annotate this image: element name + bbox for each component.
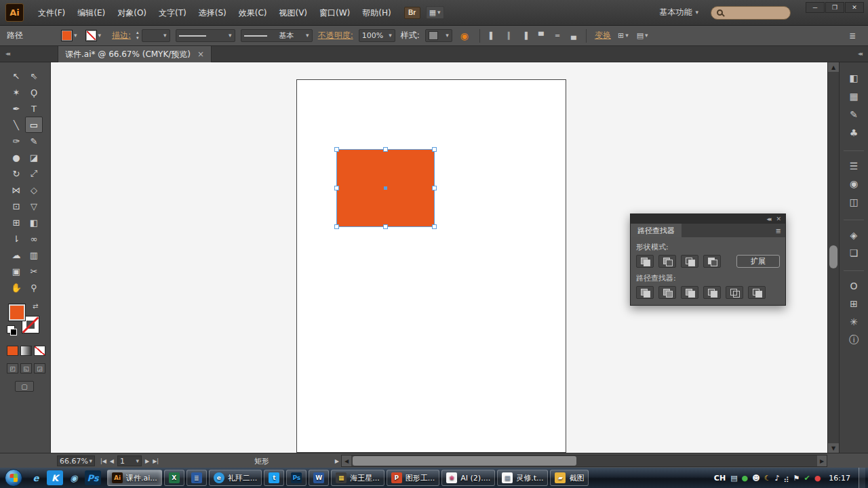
width-tool[interactable]: ⋈ (7, 182, 25, 198)
task-powerpoint[interactable]: P图形工... (387, 470, 440, 486)
paintbrush-tool[interactable]: ✑ (7, 133, 25, 149)
symbol-sprayer-tool[interactable]: ☁ (7, 247, 25, 263)
task-jietu[interactable]: ▰截图 (550, 470, 589, 486)
artboard[interactable] (296, 79, 566, 453)
tray-green-icon[interactable]: ● (742, 474, 749, 482)
start-button[interactable] (5, 469, 22, 487)
document-tab[interactable]: 课件.ai* @ 66.67% (CMYK/预览) × (58, 46, 212, 62)
pathfinder-minus-back[interactable] (748, 286, 766, 299)
tab-close-icon[interactable]: × (197, 49, 204, 59)
stepper-up-icon[interactable]: ▴ (136, 30, 139, 35)
menu-view[interactable]: 视图(V) (273, 0, 313, 26)
selection-handle-bottom-right[interactable] (432, 224, 437, 229)
horizontal-scroll-thumb[interactable] (353, 456, 576, 466)
close-button[interactable]: ✕ (845, 2, 864, 13)
artboards-panel-icon[interactable]: ❏ (844, 245, 864, 261)
draw-behind-mode[interactable]: ◱ (20, 363, 32, 373)
gradient-button[interactable] (20, 346, 32, 356)
first-artboard-button[interactable]: |◀ (100, 458, 106, 464)
tray-moon-icon[interactable]: ☾ (764, 474, 771, 482)
line-segment-tool[interactable]: ╲ (7, 117, 25, 133)
task-word[interactable]: W (309, 470, 329, 486)
opacity-dropdown[interactable]: 100% ▾ (359, 29, 395, 42)
pen-tool[interactable]: ✒ (7, 100, 25, 117)
next-artboard-button[interactable]: ▶ (145, 458, 149, 464)
menu-effect[interactable]: 效果(C) (233, 0, 273, 26)
scroll-up-icon[interactable]: ▲ (828, 62, 839, 72)
tray-red-icon[interactable]: ● (814, 474, 821, 482)
scroll-left-icon[interactable]: ◀ (342, 455, 351, 466)
task-excel[interactable]: X (164, 470, 184, 486)
artboard-number-field[interactable]: 1 ▾ (117, 455, 142, 466)
scroll-right-icon[interactable]: ▶ (817, 455, 827, 466)
task-tw-app[interactable]: t (264, 470, 284, 486)
align-horizontal-center[interactable]: ║ (502, 30, 515, 42)
scroll-down-icon[interactable]: ▼ (828, 443, 839, 453)
menu-window[interactable]: 窗口(W) (313, 0, 356, 26)
transform-link[interactable]: 变换 (595, 30, 611, 41)
status-expand-icon[interactable]: ▶ (335, 458, 339, 464)
align-vertical-top[interactable]: ▀ (534, 30, 548, 42)
prev-artboard-button[interactable]: ◀ (110, 458, 114, 464)
selection-tool[interactable]: ↖ (7, 68, 25, 84)
shape-mode-minus-front[interactable] (658, 255, 676, 268)
stroke-weight-dropdown[interactable]: ▾ (142, 29, 170, 42)
pathfinder-trim[interactable] (658, 286, 676, 299)
vertical-scroll-thumb[interactable] (829, 245, 837, 268)
bridge-button[interactable]: Br (404, 7, 420, 19)
menu-type[interactable]: 文字(T) (153, 0, 193, 26)
artboard-tool[interactable]: ▣ (7, 263, 25, 279)
color-panel-icon[interactable]: ◧ (844, 70, 864, 86)
selection-handle-top-center[interactable] (383, 147, 388, 152)
task-lingxiu[interactable]: ▤灵修.t... (497, 470, 548, 486)
swap-fill-stroke-icon[interactable]: ⇄ (33, 302, 38, 310)
default-fill-stroke-icon[interactable] (7, 325, 15, 333)
appearance-panel-icon[interactable]: O (844, 270, 864, 293)
photoshop-quick-icon[interactable]: Ps (85, 470, 101, 485)
panel-menu-icon[interactable]: ≣ (776, 224, 785, 237)
status-display[interactable]: 矩形 ▶ (183, 455, 340, 466)
maximize-button[interactable]: ❐ (825, 2, 844, 13)
graphic-style-dropdown[interactable]: ▾ (425, 29, 452, 42)
shape-mode-intersect[interactable] (681, 255, 698, 268)
last-artboard-button[interactable]: ▶| (153, 458, 159, 464)
selection-handle-bottom-left[interactable] (334, 224, 339, 229)
task-photoshop[interactable]: Ps (286, 470, 307, 486)
direct-selection-tool[interactable]: ⇖ (25, 68, 43, 84)
pathfinder-merge[interactable] (681, 286, 698, 299)
selection-center-point[interactable] (384, 186, 387, 190)
stroke-color-dropdown[interactable]: ▾ (85, 30, 102, 41)
collapse-dock-icon[interactable]: ◂◂ (858, 50, 861, 57)
color-button[interactable] (7, 346, 18, 356)
eraser-tool[interactable]: ◪ (25, 149, 43, 165)
fill-color-dropdown[interactable]: ▾ (61, 30, 77, 41)
perspective-grid-tool[interactable]: ▽ (25, 198, 43, 214)
task-ai-2[interactable]: ❀AI (2).... (441, 470, 495, 486)
minimize-button[interactable]: ─ (806, 2, 825, 13)
workspace-switcher[interactable]: 基本功能 ▾ (659, 7, 698, 18)
zoom-level-dropdown[interactable]: 66.67% ▾ (57, 455, 95, 466)
isolate-selected-dropdown[interactable]: ⊞ ▾ (618, 31, 629, 40)
flag-icon[interactable]: ⚑ (793, 474, 800, 482)
gradient-tool[interactable]: ◧ (25, 214, 43, 230)
mesh-tool[interactable]: ⊞ (7, 214, 25, 230)
symbols-panel-icon[interactable]: ♣ (844, 125, 864, 141)
selection-handle-bottom-center[interactable] (383, 224, 388, 229)
menu-help[interactable]: 帮助(H) (356, 0, 397, 26)
brushes-panel-icon[interactable]: ✎ (844, 106, 864, 123)
stroke-panel-icon[interactable]: ☰ (844, 150, 864, 174)
task-illustrator[interactable]: Ai课件.ai... (107, 470, 162, 486)
network-icon[interactable]: ⣴ (784, 474, 789, 482)
screen-mode-button[interactable]: ▢ (15, 381, 34, 392)
pathfinder-tab[interactable]: 路径查找器 (631, 224, 682, 237)
selection-handle-top-left[interactable] (334, 147, 339, 152)
tray-doc-icon[interactable]: ▤ (730, 474, 737, 482)
tray-qq-icon[interactable]: ☻ (752, 474, 760, 482)
show-desktop-button[interactable] (859, 468, 865, 488)
panel-collapse-icon[interactable]: ◂◂ (766, 216, 770, 222)
align-horizontal-right[interactable]: ▐ (518, 30, 532, 42)
transparency-panel-icon[interactable]: ◫ (844, 194, 864, 210)
free-transform-tool[interactable]: ◇ (25, 182, 43, 198)
menu-file[interactable]: 文件(F) (32, 0, 71, 26)
control-panel-menu-icon[interactable]: ≣ (849, 31, 856, 41)
